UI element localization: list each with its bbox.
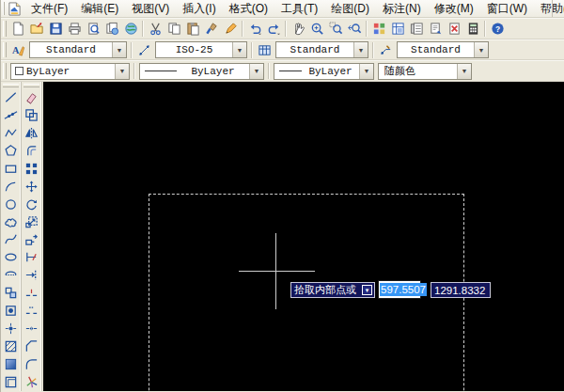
region-button[interactable] [2, 373, 21, 391]
dynamic-input-options-icon[interactable]: ▾ [362, 285, 372, 295]
plot-style-combo[interactable]: 随颜色 ▼ [378, 63, 472, 80]
cut-button[interactable] [146, 20, 164, 38]
spline-button[interactable] [2, 231, 21, 249]
dynamic-input-x-field[interactable]: 597.5507 [378, 280, 421, 299]
zoom-window-button[interactable] [326, 20, 345, 38]
fillet-button[interactable] [23, 355, 41, 373]
chevron-down-icon[interactable]: ▼ [115, 64, 129, 79]
toolbar-gripper[interactable] [3, 21, 7, 37]
table-style-combo[interactable]: Standard ▼ [275, 41, 368, 58]
line-button[interactable] [2, 88, 21, 106]
chevron-down-icon[interactable]: ▼ [232, 42, 246, 57]
chevron-down-icon[interactable]: ▼ [474, 42, 488, 57]
explode-button[interactable] [23, 373, 41, 391]
dim-style-combo[interactable]: ISO-25 ▼ [155, 41, 247, 58]
point-button[interactable] [2, 320, 21, 337]
open-button[interactable] [27, 20, 46, 38]
toolbar-gripper[interactable] [3, 42, 7, 57]
toolbar-gripper[interactable] [24, 84, 39, 87]
rectangle-button[interactable] [2, 160, 21, 178]
quickcalc-button[interactable] [463, 20, 482, 38]
toolbar-gripper[interactable] [3, 84, 19, 87]
menu-item-7[interactable]: 标注(N) [376, 0, 428, 18]
plot-button[interactable] [65, 20, 84, 38]
chevron-down-icon[interactable]: ▼ [457, 64, 471, 79]
dim-style-button[interactable] [134, 41, 153, 59]
toolbar-gripper[interactable] [3, 63, 7, 79]
text-style-combo[interactable]: Standard ▼ [29, 41, 127, 58]
stretch-button[interactable] [23, 231, 41, 249]
trim-button[interactable] [23, 248, 41, 266]
chevron-down-icon[interactable]: ▼ [353, 42, 368, 57]
menu-item-1[interactable]: 编辑(E) [74, 0, 125, 18]
undo-button[interactable] [245, 20, 264, 38]
menu-item-8[interactable]: 修改(M) [428, 0, 480, 18]
copy-button[interactable] [164, 20, 183, 38]
save-button[interactable] [46, 20, 65, 38]
mleader-style-combo[interactable]: Standard ▼ [397, 41, 489, 58]
menu-item-5[interactable]: 工具(T) [274, 0, 324, 18]
move-button[interactable] [23, 178, 41, 196]
join-button[interactable] [23, 320, 41, 337]
menu-item-4[interactable]: 格式(O) [223, 0, 274, 18]
extend-button[interactable] [23, 266, 41, 284]
dynamic-input-y-field[interactable]: 1291.8332 [431, 282, 491, 298]
publish-button[interactable] [102, 20, 121, 38]
markup-manager-button[interactable] [445, 20, 463, 38]
dwf-button[interactable] [121, 20, 140, 38]
chevron-down-icon[interactable]: ▼ [249, 64, 263, 79]
table-style-button[interactable] [255, 41, 274, 59]
construction-line-button[interactable] [2, 106, 21, 124]
menu-item-3[interactable]: 插入(I) [176, 0, 222, 18]
sheetset-manager-button[interactable] [426, 20, 445, 38]
linetype-combo[interactable]: ByLayer ▼ [139, 63, 264, 80]
text-style-button[interactable]: A [8, 41, 27, 59]
mleader-style-button[interactable] [376, 41, 395, 59]
menu-item-6[interactable]: 绘图(D) [324, 0, 376, 18]
gradient-button[interactable] [2, 355, 21, 373]
lineweight-combo[interactable]: ByLayer ▼ [274, 63, 374, 80]
break-button[interactable] [23, 302, 41, 320]
ellipse-arc-button[interactable] [2, 266, 21, 284]
match-properties-button[interactable] [202, 20, 221, 38]
insert-block-button[interactable] [2, 284, 21, 302]
polygon-button[interactable] [2, 142, 21, 160]
copy-object-button[interactable] [23, 106, 41, 124]
ellipse-button[interactable] [2, 248, 21, 266]
menu-item-9[interactable]: 窗口(W) [480, 0, 534, 18]
drawing-canvas[interactable]: 拾取内部点或 ▾ 597.5507 1291.8332 [43, 82, 564, 391]
offset-button[interactable] [23, 142, 41, 160]
block-editor-button[interactable] [221, 20, 240, 38]
help-button[interactable]: ? [488, 20, 507, 38]
scale-button[interactable] [23, 213, 41, 231]
chevron-down-icon[interactable]: ▼ [359, 64, 373, 79]
new-button[interactable] [8, 20, 27, 38]
rotate-button[interactable] [23, 196, 41, 213]
revision-cloud-button[interactable] [2, 213, 21, 231]
zoom-previous-button[interactable] [345, 20, 364, 38]
array-button[interactable] [23, 160, 41, 178]
menu-item-0[interactable]: 文件(F) [24, 0, 74, 18]
zoom-realtime-button[interactable] [307, 20, 326, 38]
menu-item-2[interactable]: 视图(V) [125, 0, 176, 18]
redo-button[interactable] [264, 20, 283, 38]
circle-button[interactable] [2, 196, 21, 213]
color-control-combo[interactable]: ByLayer ▼ [10, 63, 130, 80]
designcenter-button[interactable] [388, 20, 407, 38]
tool-palettes-button[interactable] [407, 20, 426, 38]
mirror-button[interactable] [23, 124, 41, 142]
arc-button[interactable] [2, 178, 21, 196]
paste-button[interactable] [183, 20, 202, 38]
erase-button[interactable] [23, 88, 41, 106]
pan-button[interactable] [289, 20, 307, 38]
menubar-gripper[interactable] [3, 2, 5, 15]
properties-button[interactable] [369, 20, 388, 38]
menu-item-10[interactable]: 帮助(H) [534, 0, 564, 18]
chevron-down-icon[interactable]: ▼ [112, 42, 126, 57]
plot-preview-button[interactable] [84, 20, 102, 38]
break-at-point-button[interactable] [23, 284, 41, 302]
make-block-button[interactable] [2, 302, 21, 320]
polyline-button[interactable] [2, 124, 21, 142]
chamfer-button[interactable] [23, 337, 41, 355]
hatch-button[interactable] [2, 337, 21, 355]
